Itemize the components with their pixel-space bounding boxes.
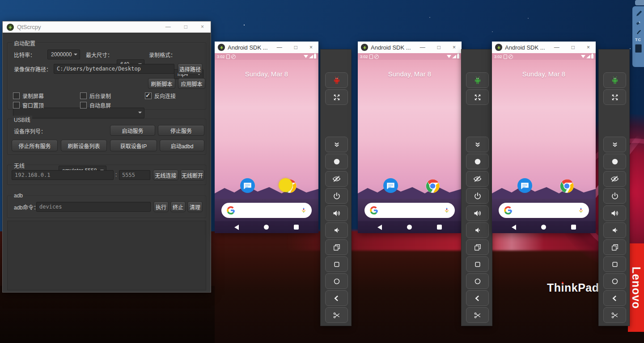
messages-app-icon[interactable]: [383, 178, 398, 193]
checkbox-background-record[interactable]: [80, 92, 87, 99]
menu-button[interactable]: [603, 256, 626, 272]
menu-button[interactable]: [466, 256, 489, 272]
chrome-app-icon[interactable]: [559, 179, 574, 193]
close-button[interactable]: ×: [453, 44, 456, 50]
maximize-button[interactable]: □: [184, 21, 187, 33]
screen-off-button[interactable]: [603, 171, 626, 187]
phone-screen[interactable]: 3:02 Sunday, Mar 8: [358, 53, 462, 233]
get-device-ip-button[interactable]: 获取设备IP: [110, 140, 157, 151]
messages-app-icon[interactable]: [517, 178, 532, 193]
back-button[interactable]: [325, 290, 348, 306]
checkbox-reverse-connect[interactable]: [145, 92, 152, 99]
qtscrcpy-titlebar[interactable]: QtScrcpy — □ ×: [3, 21, 211, 33]
screen-off-button[interactable]: [325, 171, 348, 187]
maximize-button[interactable]: □: [294, 44, 297, 50]
notifications-button[interactable]: [466, 137, 489, 152]
notifications-button[interactable]: [603, 137, 626, 152]
adb-output-area[interactable]: [7, 221, 206, 290]
volume-down-button[interactable]: [603, 222, 626, 238]
maximize-button[interactable]: □: [572, 44, 575, 50]
stop-all-services-button[interactable]: 停止所有服务: [12, 140, 58, 151]
group-control-button[interactable]: [325, 72, 348, 88]
back-button[interactable]: [603, 290, 626, 306]
app-switch-button[interactable]: [466, 239, 489, 255]
nav-home-button[interactable]: [264, 225, 269, 230]
power-button[interactable]: [466, 188, 489, 204]
notifications-button[interactable]: [325, 137, 348, 152]
bitrate-select[interactable]: 2000000: [47, 50, 80, 59]
nav-recents-button[interactable]: [571, 225, 576, 230]
choose-path-button[interactable]: 选择路径: [178, 63, 203, 74]
mic-icon[interactable]: [444, 207, 450, 213]
marker-icon[interactable]: [635, 29, 643, 35]
touch-button[interactable]: [603, 154, 626, 169]
eraser-icon[interactable]: [635, 20, 643, 26]
adb-execute-button[interactable]: 执行: [153, 201, 169, 212]
back-button[interactable]: [466, 290, 489, 306]
screenshot-button[interactable]: [325, 307, 348, 323]
script-select[interactable]: [13, 108, 144, 118]
color-swatch[interactable]: [635, 44, 642, 53]
annotation-toolbar-tab[interactable]: [635, 0, 644, 5]
wireless-port-input[interactable]: [119, 170, 150, 180]
app-switch-button[interactable]: [603, 239, 626, 255]
volume-down-button[interactable]: [466, 222, 489, 238]
emulator-titlebar[interactable]: Android SDK ... — □ ×: [358, 42, 462, 53]
nav-home-button[interactable]: [407, 225, 412, 230]
screenshot-button[interactable]: [603, 307, 626, 323]
close-button[interactable]: ×: [309, 44, 313, 50]
google-search-bar[interactable]: [499, 203, 589, 218]
screen-off-button[interactable]: [466, 171, 489, 187]
menu-button[interactable]: [325, 256, 348, 272]
minimize-button[interactable]: —: [277, 44, 282, 50]
fullscreen-button[interactable]: [325, 89, 348, 105]
touch-button[interactable]: [466, 154, 489, 169]
mic-icon[interactable]: [578, 207, 584, 213]
phone-screen[interactable]: 3:02 Sunday, Mar 8: [215, 53, 318, 233]
wireless-ip-input[interactable]: [12, 170, 114, 180]
refresh-script-button[interactable]: 刷新脚本: [148, 78, 175, 89]
nav-home-button[interactable]: [541, 225, 546, 230]
google-search-bar[interactable]: [221, 203, 312, 218]
emulator-titlebar[interactable]: Android SDK ... — □ ×: [215, 42, 318, 53]
close-button[interactable]: ×: [587, 44, 590, 50]
app-switch-button[interactable]: [325, 239, 348, 255]
power-button[interactable]: [325, 188, 348, 204]
apply-script-button[interactable]: 应用脚本: [178, 78, 205, 89]
fullscreen-button[interactable]: [603, 89, 626, 105]
nav-recents-button[interactable]: [437, 225, 442, 230]
home-button[interactable]: [325, 273, 348, 289]
minimize-button[interactable]: —: [420, 44, 425, 50]
adb-command-input[interactable]: [36, 202, 151, 212]
maximize-button[interactable]: □: [437, 44, 441, 50]
minimize-button[interactable]: —: [165, 21, 171, 33]
minimize-button[interactable]: —: [554, 44, 559, 50]
wireless-disconnect-button[interactable]: 无线断开: [180, 170, 204, 180]
checkbox-auto-screen-off[interactable]: [80, 102, 87, 109]
power-button[interactable]: [603, 188, 626, 204]
fullscreen-button[interactable]: [466, 89, 489, 105]
refresh-device-list-button[interactable]: 刷新设备列表: [61, 140, 107, 151]
stop-service-button[interactable]: 停止服务: [158, 125, 204, 136]
checkbox-record-screen[interactable]: [13, 92, 20, 99]
home-button[interactable]: [466, 273, 489, 289]
checkbox-window-on-top[interactable]: [13, 102, 20, 109]
volume-up-button[interactable]: [466, 205, 489, 221]
group-control-button[interactable]: [603, 72, 626, 88]
adb-clear-button[interactable]: 清理: [187, 201, 203, 212]
volume-down-button[interactable]: [325, 222, 348, 238]
pen-icon[interactable]: [635, 9, 643, 17]
start-adbd-button[interactable]: 启动adbd: [160, 140, 204, 151]
nav-recents-button[interactable]: [294, 225, 299, 230]
screenshot-button[interactable]: [466, 307, 489, 323]
nav-back-button[interactable]: [512, 225, 516, 230]
nav-back-button[interactable]: [377, 225, 382, 230]
phone-screen[interactable]: 3:02 Sunday, Mar 8: [492, 53, 596, 233]
start-service-button[interactable]: 启动服务: [110, 125, 155, 136]
messages-app-icon[interactable]: [240, 178, 255, 193]
volume-up-button[interactable]: [325, 205, 348, 221]
group-control-button[interactable]: [466, 72, 489, 88]
volume-up-button[interactable]: [603, 205, 626, 221]
home-button[interactable]: [603, 273, 626, 289]
mic-icon[interactable]: [301, 207, 307, 213]
